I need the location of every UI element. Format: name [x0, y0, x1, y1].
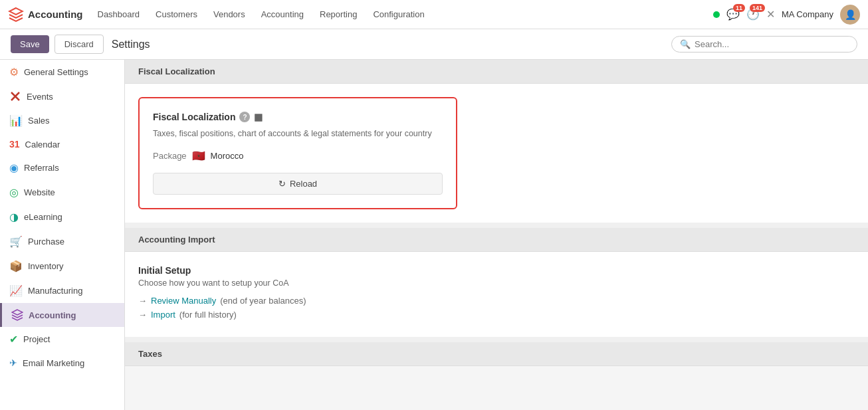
events-icon: [9, 90, 21, 102]
sidebar-item-manufacturing[interactable]: 📈 Manufacturing: [0, 278, 124, 303]
manufacturing-icon: 📈: [9, 284, 23, 297]
fiscal-localization-body: Fiscal Localization ? ▦ Taxes, fiscal po…: [125, 84, 868, 228]
sidebar-label: Inventory: [28, 261, 63, 271]
reload-button[interactable]: ↻ Reload: [153, 173, 443, 195]
nav-customers[interactable]: Customers: [149, 7, 204, 22]
initial-setup-title: Initial Setup: [138, 265, 855, 276]
fiscal-localization-header: Fiscal Localization: [125, 60, 868, 84]
sidebar: ⚙ General Settings Events 📊 Sales 31 Cal…: [0, 60, 125, 410]
accounting-import-body: Initial Setup Choose how you want to set…: [125, 252, 868, 342]
app-logo[interactable]: Accounting: [8, 7, 83, 23]
sidebar-item-general-settings[interactable]: ⚙ General Settings: [0, 60, 124, 84]
review-manually-link[interactable]: Review Manually: [151, 296, 216, 306]
clock-button[interactable]: 🕐141: [746, 8, 760, 21]
grid-icon[interactable]: ▦: [254, 112, 263, 122]
website-icon: ◎: [9, 186, 19, 199]
package-row: Package 🇲🇦 Morocco: [153, 150, 443, 162]
messages-badge: 11: [733, 4, 745, 12]
nav-vendors[interactable]: Vendors: [207, 7, 252, 22]
sidebar-label: Sales: [28, 116, 50, 126]
calendar-icon: 31: [9, 139, 20, 150]
help-icon[interactable]: ?: [239, 112, 250, 122]
sidebar-label: Events: [27, 92, 53, 102]
arrow-icon-2: →: [138, 310, 147, 320]
nav-configuration[interactable]: Configuration: [366, 7, 431, 22]
user-avatar[interactable]: 👤: [840, 5, 860, 25]
sidebar-item-email-marketing[interactable]: ✈ Email Marketing: [0, 352, 124, 374]
sidebar-label: Project: [23, 334, 50, 344]
sidebar-item-calendar[interactable]: 31 Calendar: [0, 133, 124, 155]
sidebar-label: Referrals: [24, 163, 59, 173]
save-button[interactable]: Save: [11, 35, 49, 53]
general-settings-icon: ⚙: [9, 66, 19, 78]
sidebar-item-sales[interactable]: 📊 Sales: [0, 108, 124, 133]
sidebar-label: Accounting: [29, 310, 76, 320]
email-marketing-icon: ✈: [9, 358, 17, 368]
package-label: Package: [153, 151, 187, 161]
sales-icon: 📊: [9, 114, 23, 127]
review-manually-suffix: (end of year balances): [220, 296, 306, 306]
import-link[interactable]: Import: [151, 310, 175, 320]
sidebar-label: eLearning: [24, 212, 62, 222]
nav-accounting[interactable]: Accounting: [255, 7, 310, 22]
clock-badge: 141: [750, 4, 765, 12]
toolbar: Save Discard Settings 🔍: [0, 29, 868, 60]
import-suffix: (for full history): [179, 310, 237, 320]
search-box: 🔍: [671, 36, 857, 52]
sidebar-label: Website: [24, 187, 55, 197]
purchase-icon: 🛒: [9, 235, 23, 248]
accounting-import-title: Accounting Import: [138, 235, 215, 245]
sidebar-item-elearning[interactable]: ◑ eLearning: [0, 205, 124, 229]
status-indicator: [713, 11, 720, 18]
app-name: Accounting: [28, 9, 83, 20]
messages-button[interactable]: 💬11: [726, 8, 740, 21]
sidebar-item-events[interactable]: Events: [0, 84, 124, 108]
fiscal-card-title: Fiscal Localization: [153, 112, 235, 122]
accounting-import-header: Accounting Import: [125, 228, 868, 252]
review-manually-row: → Review Manually (end of year balances): [138, 296, 855, 306]
package-value: Morocco: [211, 151, 244, 161]
project-icon: ✔: [9, 333, 18, 346]
reload-label: Reload: [290, 179, 317, 189]
settings-title: Settings: [112, 39, 150, 51]
referrals-icon: ◉: [9, 161, 19, 174]
fiscal-localization-card: Fiscal Localization ? ▦ Taxes, fiscal po…: [138, 97, 457, 209]
search-input[interactable]: [695, 39, 849, 49]
main-layout: ⚙ General Settings Events 📊 Sales 31 Cal…: [0, 60, 868, 410]
arrow-icon-1: →: [138, 296, 147, 306]
sidebar-item-inventory[interactable]: 📦 Inventory: [0, 254, 124, 278]
taxes-title: Taxes: [138, 349, 162, 359]
taxes-header: Taxes: [125, 342, 868, 366]
sidebar-item-purchase[interactable]: 🛒 Purchase: [0, 229, 124, 254]
app-logo-icon: [8, 7, 24, 23]
sidebar-label: General Settings: [24, 67, 88, 77]
fiscal-card-description: Taxes, fiscal positions, chart of accoun…: [153, 128, 443, 140]
nav-reporting[interactable]: Reporting: [313, 7, 364, 22]
import-row: → Import (for full history): [138, 310, 855, 320]
fiscal-card-title-row: Fiscal Localization ? ▦: [153, 112, 443, 122]
top-nav: Accounting Dashboard Customers Vendors A…: [0, 0, 868, 29]
sidebar-label: Calendar: [25, 140, 60, 150]
elearning-icon: ◑: [9, 211, 19, 223]
sidebar-label: Purchase: [28, 237, 64, 247]
accounting-icon: [11, 309, 23, 321]
close-icon[interactable]: ✕: [766, 8, 775, 21]
nav-dashboard[interactable]: Dashboard: [91, 7, 147, 22]
search-icon: 🔍: [680, 39, 691, 49]
company-name[interactable]: MA Company: [782, 9, 833, 19]
sidebar-item-accounting[interactable]: Accounting: [0, 303, 124, 327]
sidebar-item-project[interactable]: ✔ Project: [0, 327, 124, 352]
sidebar-item-website[interactable]: ◎ Website: [0, 180, 124, 205]
fiscal-localization-title: Fiscal Localization: [138, 66, 215, 76]
sidebar-item-referrals[interactable]: ◉ Referrals: [0, 155, 124, 180]
initial-setup-desc: Choose how you want to setup your CoA: [138, 278, 855, 288]
content-area: Fiscal Localization Fiscal Localization …: [125, 60, 868, 410]
nav-right: 💬11 🕐141 ✕ MA Company 👤: [713, 5, 860, 25]
reload-icon: ↻: [278, 179, 286, 189]
discard-button[interactable]: Discard: [54, 35, 104, 54]
inventory-icon: 📦: [9, 260, 23, 272]
sidebar-label: Manufacturing: [28, 286, 82, 296]
morocco-flag: 🇲🇦: [192, 150, 205, 162]
sidebar-label: Email Marketing: [23, 358, 84, 368]
